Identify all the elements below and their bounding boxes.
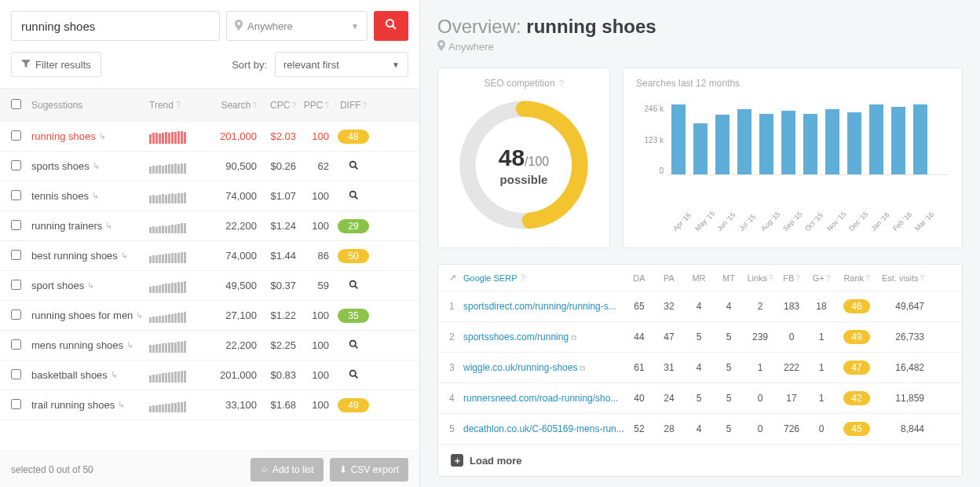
search-icon[interactable] (349, 191, 359, 203)
col-visits[interactable]: Est. visits (882, 273, 918, 283)
csv-label: CSV export (351, 464, 399, 475)
search-volume: 201,000 (208, 369, 257, 381)
add-to-list-button[interactable]: ☆ Add to list (250, 458, 324, 482)
mr-value: 4 (684, 301, 714, 312)
trend-sparkline (149, 339, 208, 353)
links-value: 0 (744, 423, 777, 434)
suggestion-row[interactable]: basketball shoes ↳ 201,000 $0.83 100 (0, 361, 419, 390)
col-diff[interactable]: DIFF? (329, 100, 378, 111)
serp-url[interactable]: sportsdirect.com/running/running-s... (463, 301, 624, 312)
col-trend[interactable]: Trend? (149, 98, 208, 112)
suggestion-row[interactable]: running shoes for men ↳ 27,100 $1.22 100… (0, 301, 419, 331)
suggestion-row[interactable]: running shoes ↳ 201,000 $2.03 100 48 (0, 122, 419, 152)
serp-row: 4 runnersneed.com/road-running/sho... 40… (438, 383, 962, 414)
row-checkbox[interactable] (11, 160, 21, 170)
col-rank[interactable]: Rank (843, 273, 864, 283)
da-value: 61 (624, 362, 654, 373)
row-checkbox[interactable] (11, 309, 21, 320)
gp-value: 0 (806, 423, 836, 434)
serp-url[interactable]: decathlon.co.uk/C-605169-mens-run... (463, 423, 624, 434)
col-pa[interactable]: PA (654, 273, 684, 283)
col-name[interactable]: Sugesstions (31, 100, 149, 111)
rank-pill: 46 (843, 299, 870, 313)
row-checkbox[interactable] (11, 339, 21, 350)
cpc-value: $2.03 (257, 130, 296, 142)
col-fb[interactable]: FB (783, 273, 794, 283)
search-icon[interactable] (349, 340, 359, 352)
col-search[interactable]: Search? (208, 100, 257, 111)
search-icon (385, 18, 397, 34)
filter-button[interactable]: Filter results (11, 52, 101, 77)
row-checkbox[interactable] (11, 190, 21, 200)
help-icon[interactable]: ? (521, 274, 525, 283)
search-icon[interactable] (349, 370, 359, 382)
help-icon[interactable]: ? (363, 101, 368, 110)
cpc-value: $2.25 (257, 339, 296, 351)
suggestion-row[interactable]: mens running shoes ↳ 22,200 $2.25 100 (0, 331, 419, 361)
serp-row: 1 sportsdirect.com/running/running-s... … (438, 291, 962, 322)
suggestion-row[interactable]: trail running shoes ↳ 33,100 $1.68 100 4… (0, 390, 419, 420)
chart-bar (781, 111, 795, 174)
col-mr[interactable]: MR (684, 273, 714, 283)
mr-value: 4 (684, 362, 714, 373)
help-icon[interactable]: ? (865, 274, 870, 283)
rank-pill: 42 (843, 391, 870, 405)
csv-export-button[interactable]: ⬇ CSV export (330, 458, 408, 482)
help-icon[interactable]: ? (769, 274, 773, 283)
suggestion-row[interactable]: sport shoes ↳ 49,500 $0.37 59 (0, 271, 419, 301)
row-checkbox[interactable] (11, 130, 21, 141)
chart-bar (913, 104, 927, 174)
row-checkbox[interactable] (11, 280, 21, 290)
row-checkbox[interactable] (11, 369, 21, 379)
help-icon[interactable]: ? (826, 274, 831, 283)
suggestion-row[interactable]: running trainers ↳ 22,200 $1.24 100 29 (0, 211, 419, 241)
mr-value: 5 (684, 331, 714, 342)
row-checkbox[interactable] (11, 399, 21, 409)
row-checkbox[interactable] (11, 220, 21, 230)
cpc-value: $1.24 (257, 220, 296, 232)
serp-url[interactable]: runnersneed.com/road-running/sho... (463, 393, 624, 404)
mr-value: 4 (684, 423, 714, 434)
da-value: 40 (624, 393, 654, 404)
visits-value: 16,482 (877, 362, 924, 373)
ppc-value: 86 (296, 250, 329, 262)
col-da[interactable]: DA (624, 273, 654, 283)
serp-url[interactable]: wiggle.co.uk/running-shoes⧉ (463, 362, 624, 373)
search-volume: 27,100 (208, 309, 257, 321)
serp-url[interactable]: sportsshoes.com/running⧉ (463, 331, 624, 342)
chart-bar (891, 107, 905, 174)
download-icon: ⬇ (339, 464, 347, 475)
search-icon[interactable] (349, 161, 359, 173)
location-label: Anywhere (247, 20, 293, 32)
help-icon[interactable]: ? (176, 101, 181, 109)
sort-select[interactable]: relevant first ▼ (275, 52, 408, 77)
location-select[interactable]: Anywhere ▼ (226, 11, 368, 41)
search-icon[interactable] (349, 280, 359, 292)
svg-point-4 (349, 191, 355, 196)
chart-bar (803, 114, 817, 174)
ytick: 123 k (636, 136, 664, 145)
ppc-value: 100 (296, 369, 329, 381)
col-cpc[interactable]: CPC? (257, 100, 296, 111)
plus-icon: ＋ (451, 454, 463, 467)
load-more-button[interactable]: ＋ Load more (438, 445, 962, 476)
suggestion-row[interactable]: tennis shoes ↳ 74,000 $1.07 100 (0, 181, 419, 211)
rank-pill: 45 (843, 422, 870, 436)
col-ppc[interactable]: PPC? (296, 100, 329, 111)
suggestion-row[interactable]: best running shoes ↳ 74,000 $1.44 86 50 (0, 241, 419, 271)
select-all-checkbox[interactable] (11, 99, 21, 109)
chevron-down-icon: ▼ (392, 60, 400, 69)
col-gp[interactable]: G+ (813, 273, 825, 283)
col-mt[interactable]: MT (714, 273, 744, 283)
seo-label: SEO competition (485, 78, 555, 89)
help-icon[interactable]: ? (920, 274, 924, 283)
suggestion-row[interactable]: sports shoes ↳ 90,500 $0.26 62 (0, 152, 419, 181)
search-button[interactable] (374, 11, 408, 41)
help-icon[interactable]: ? (795, 274, 800, 283)
trend-sparkline (149, 130, 208, 144)
trend-sparkline (149, 279, 208, 293)
row-checkbox[interactable] (11, 250, 21, 260)
search-input[interactable] (11, 11, 220, 41)
col-links[interactable]: Links (747, 273, 767, 283)
help-icon[interactable]: ? (559, 79, 564, 88)
